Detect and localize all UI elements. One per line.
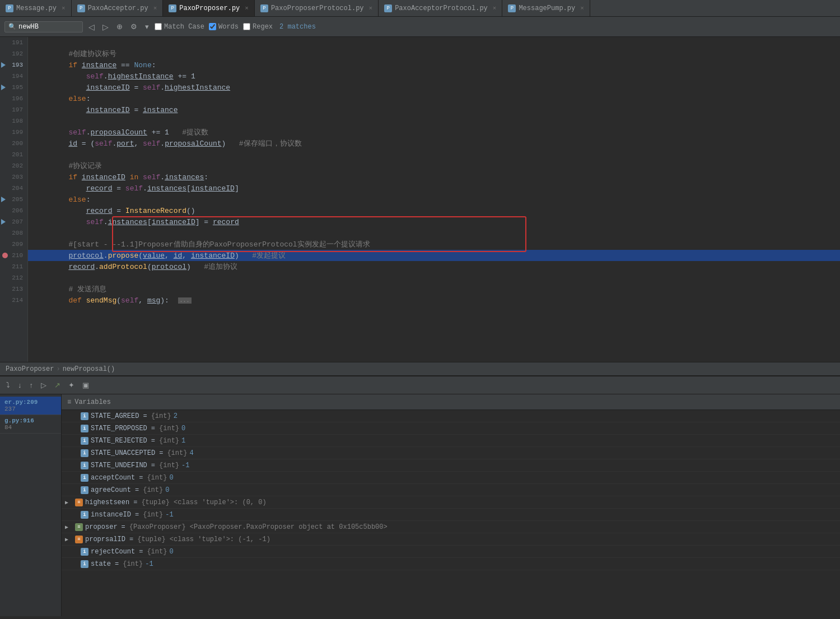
line-193: 193: [0, 59, 27, 71]
tab-icon-message: P: [6, 4, 13, 12]
close-tab-paxoproposerprotocol[interactable]: ×: [369, 5, 373, 12]
var-highestseen[interactable]: ▶ ≡ highestseen = {tuple} <class 'tuple'…: [62, 496, 840, 509]
debug-frame-0[interactable]: er.py:209 237: [0, 397, 61, 415]
search-find-button[interactable]: ⊕: [114, 21, 125, 32]
line-205: 205: [0, 194, 27, 205]
var-type-icon-instance-id: i: [81, 511, 88, 519]
panel-body: er.py:209 237 g.py:916 84 ≡ Variables i …: [0, 394, 840, 616]
debug-console-button[interactable]: ▣: [80, 380, 92, 390]
var-type-icon-reject-count: i: [81, 548, 88, 556]
line-211: 211: [0, 261, 27, 272]
match-case-option[interactable]: Match Case: [155, 23, 204, 31]
debug-eval-button[interactable]: ✦: [66, 380, 77, 390]
debug-resume-button[interactable]: ↗: [52, 380, 63, 390]
variables-title: Variables: [74, 398, 111, 406]
tab-messagepump[interactable]: P MessagePump.py ×: [502, 0, 590, 17]
tab-icon-messagepump: P: [508, 4, 516, 12]
breadcrumb-method: newProposal(): [63, 365, 115, 373]
code-line-203: if instanceID in self.instances:: [28, 171, 840, 183]
line-195: 195: [0, 82, 27, 93]
debug-run-button[interactable]: ▷: [38, 380, 49, 390]
code-line-192: #创建协议标号: [28, 48, 840, 59]
regex-option[interactable]: Regex: [243, 23, 273, 31]
var-proposer[interactable]: ▶ ≡ proposer = {PaxoProposer} <PaxoPropo…: [62, 521, 840, 533]
line-202: 202: [0, 160, 27, 171]
words-option[interactable]: Words: [209, 23, 239, 31]
search-prev-button[interactable]: ◁: [86, 21, 97, 32]
search-filter-button[interactable]: ▾: [143, 21, 151, 32]
var-type-icon-state-undefind: i: [81, 462, 88, 469]
code-line-202: #协议记录: [28, 160, 840, 171]
code-content[interactable]: #创建协议标号 if instance == None: self.highes…: [28, 37, 840, 362]
code-line-195: instanceID = self.highestInstance: [28, 82, 840, 93]
line-198: 198: [0, 115, 27, 127]
var-type-icon-state: i: [81, 560, 88, 568]
search-next-button[interactable]: ▷: [100, 21, 111, 32]
line-191: 191: [0, 37, 27, 48]
var-type-icon-highestseen: ≡: [75, 499, 83, 506]
code-line-196: else:: [28, 93, 840, 104]
debug-frame-1[interactable]: g.py:916 84: [0, 415, 61, 434]
tab-icon-paxoacceptorprotocol: P: [384, 4, 392, 12]
search-bar: 🔍 ◁ ▷ ⊕ ⚙ ▾ Match Case Words Regex 2 mat…: [0, 17, 840, 37]
close-tab-paxoproposer[interactable]: ×: [245, 5, 249, 12]
debug-step-over-button[interactable]: ⤵: [3, 380, 13, 390]
line-numbers-gutter: 191 192 193 194 195 196 197 198 199 200 …: [0, 37, 28, 362]
line-214: 214: [0, 295, 27, 306]
line-192: 192: [0, 48, 27, 59]
tab-paxoproposer[interactable]: P PaxoProposer.py ×: [163, 0, 255, 17]
line-208: 208: [0, 227, 27, 239]
regex-checkbox[interactable]: [243, 23, 250, 30]
debug-frames-sidebar: er.py:209 237 g.py:916 84: [0, 394, 62, 616]
close-tab-messagepump[interactable]: ×: [580, 5, 584, 12]
var-state-unaccepted: i STATE_UNACCEPTED = {int} 4: [62, 447, 840, 459]
var-agree-count: i agreeCount = {int} 0: [62, 484, 840, 496]
match-case-checkbox[interactable]: [155, 23, 162, 30]
close-tab-paxoacceptor[interactable]: ×: [153, 5, 157, 12]
var-type-icon-agree-count: i: [81, 486, 88, 494]
code-line-209: #[start - --1.1]Proposer借助自身的PaxoPropose…: [28, 239, 840, 250]
breadcrumb-bar: PaxoProposer › newProposal(): [0, 362, 840, 375]
variables-panel: ≡ Variables i STATE_AGREED = {int} 2 i S…: [62, 394, 840, 616]
code-line-200: id = (self.port, self.proposalCount) #保存…: [28, 138, 840, 149]
code-line-204: record = self.instances[instanceID]: [28, 183, 840, 194]
line-197: 197: [0, 104, 27, 115]
tab-paxoproposerprotocol[interactable]: P PaxoProposerProtocol.py ×: [255, 0, 379, 17]
line-203: 203: [0, 171, 27, 183]
code-line-194: self.highestInstance += 1: [28, 71, 840, 82]
debug-step-out-button[interactable]: ↑: [27, 380, 36, 390]
var-type-icon-state-rejected: i: [81, 437, 88, 445]
line-206: 206: [0, 205, 27, 216]
line-199: 199: [0, 127, 27, 138]
var-type-icon-state-agreed: i: [81, 412, 88, 420]
search-settings-button[interactable]: ⚙: [128, 21, 139, 32]
words-checkbox[interactable]: [209, 23, 216, 30]
search-input-wrapper: 🔍: [4, 21, 83, 32]
line-194: 194: [0, 71, 27, 82]
line-209: 209: [0, 239, 27, 250]
code-line-193: if instance == None:: [28, 59, 840, 71]
var-state-rejected: i STATE_REJECTED = {int} 1: [62, 435, 840, 447]
line-200: 200: [0, 138, 27, 149]
var-state-agreed: i STATE_AGREED = {int} 2: [62, 410, 840, 422]
code-line-207: self.instances[instanceID] = record: [28, 216, 840, 227]
editor-wrapper: 191 192 193 194 195 196 197 198 199 200 …: [0, 37, 840, 362]
search-input[interactable]: [18, 23, 63, 31]
var-proprsalid[interactable]: ▶ ≡ proprsalID = {tuple} <class 'tuple'>…: [62, 533, 840, 546]
tab-paxoacceptor[interactable]: P PaxoAcceptor.py ×: [72, 0, 164, 17]
var-type-icon-proposer: ≡: [75, 523, 83, 531]
var-type-icon-state-unaccepted: i: [81, 449, 88, 457]
debug-step-into-button[interactable]: ↓: [15, 380, 25, 390]
comment-192: #创建协议标号: [34, 49, 116, 59]
code-line-199: self.proposalCount += 1 #提议数: [28, 127, 840, 138]
tab-message[interactable]: P Message.py ×: [0, 0, 72, 17]
close-tab-message[interactable]: ×: [62, 5, 66, 12]
line-213: 213: [0, 283, 27, 295]
tab-paxoacceptorprotocol[interactable]: P PaxoAcceptorProtocol.py ×: [379, 0, 502, 17]
code-line-208: [28, 227, 840, 239]
line-212: 212: [0, 272, 27, 283]
bottom-panel: ⤵ ↓ ↑ ▷ ↗ ✦ ▣ er.py:209 237 g.py:916 84 …: [0, 375, 840, 616]
tab-icon-paxoacceptor: P: [77, 4, 85, 12]
close-tab-paxoacceptorprotocol[interactable]: ×: [493, 5, 497, 12]
var-state-undefind: i STATE_UNDEFIND = {int} -1: [62, 459, 840, 472]
